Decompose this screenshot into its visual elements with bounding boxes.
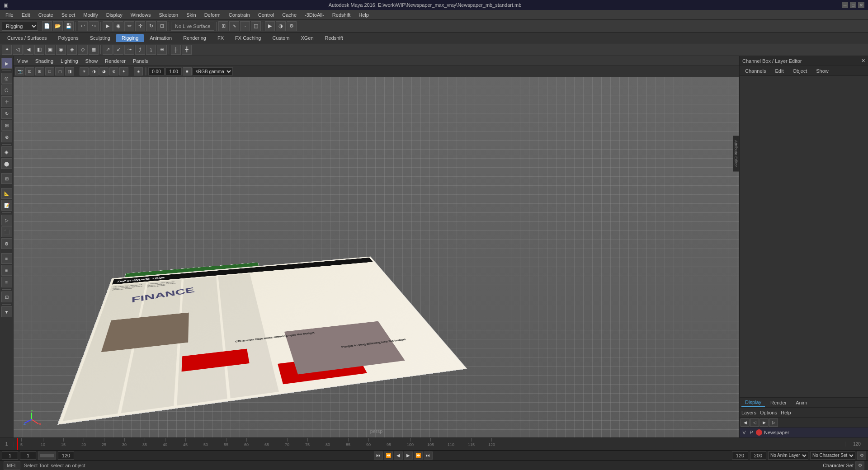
undo-button[interactable]: ↩	[78, 21, 88, 31]
measure-lt[interactable]: 📐	[1, 188, 12, 199]
tab-sculpting[interactable]: Sculpting	[85, 34, 116, 42]
open-file-button[interactable]: 📂	[53, 21, 63, 31]
vp-gamma-field[interactable]	[165, 67, 182, 75]
layer-visibility[interactable]: V	[741, 430, 747, 435]
anim-layer-select[interactable]: No Anim Layer	[768, 451, 808, 460]
cb-tab-channels[interactable]: Channels	[741, 67, 769, 75]
vp-tb-lights[interactable]: ☀	[80, 67, 89, 75]
menu-create[interactable]: Create	[35, 11, 57, 19]
layer3-lt[interactable]: ≡	[1, 277, 12, 287]
rig-tool-4[interactable]: ◧	[34, 45, 44, 55]
layer-name[interactable]: Newspaper	[764, 430, 789, 435]
rig-tool-5[interactable]: ▣	[45, 45, 55, 55]
menu-3dtoa[interactable]: -3DtoAll-	[301, 11, 328, 19]
minimize-button[interactable]: ─	[842, 2, 848, 8]
snap-point-button[interactable]: ·	[240, 21, 250, 31]
move-tool-button[interactable]: ✛	[135, 21, 145, 31]
rig-tool-8[interactable]: ◇	[78, 45, 88, 55]
vp-menu-show[interactable]: Show	[84, 57, 100, 65]
layer-prev2-btn[interactable]: ◁	[750, 418, 759, 427]
vp-colorspace-toggle[interactable]: ■	[183, 67, 192, 75]
cb-tab-edit[interactable]: Edit	[771, 67, 787, 75]
attribute-editor-tab[interactable]: Attribute Editor	[733, 136, 739, 172]
menu-file[interactable]: File	[2, 11, 17, 19]
render-lt[interactable]: ▷	[1, 215, 12, 226]
menu-constrain[interactable]: Constrain	[225, 11, 254, 19]
rig-tool-17[interactable]: ╋	[182, 45, 192, 55]
menu-control[interactable]: Control	[255, 11, 278, 19]
menu-deform[interactable]: Deform	[201, 11, 224, 19]
timeline-ruler[interactable]: 5 10 15 20 25 30 35 40 45 50 55 60 65 70…	[14, 438, 845, 451]
expand-lt[interactable]: ▼	[1, 306, 12, 317]
layer-prev-btn[interactable]: ◀	[741, 418, 750, 427]
menu-help[interactable]: Help	[355, 11, 373, 19]
anim-total-input[interactable]	[750, 451, 766, 460]
pb-play-forward[interactable]: ▶	[404, 451, 413, 460]
lasso-tool-lt[interactable]: ◎	[1, 73, 12, 84]
rig-tool-13[interactable]: ⤴	[135, 45, 145, 55]
pb-preferences[interactable]: ⚙	[857, 451, 866, 460]
cb-tab-show[interactable]: Show	[812, 67, 832, 75]
vp-tb-aa[interactable]: ✦	[119, 67, 128, 75]
snap-surface-button[interactable]: ◫	[251, 21, 261, 31]
pb-step-forward[interactable]: ⏩	[414, 451, 423, 460]
menu-skin[interactable]: Skin	[183, 11, 199, 19]
layer-label-options[interactable]: Options	[760, 410, 777, 415]
anim-end-input[interactable]	[732, 451, 748, 460]
rig-tool-3[interactable]: ◀	[24, 45, 33, 55]
rig-tool-9[interactable]: ▦	[89, 45, 99, 55]
scene-area[interactable]: Finance news content columns text articl…	[14, 77, 739, 437]
menu-modify[interactable]: Modify	[80, 11, 101, 19]
pb-goto-end[interactable]: ⏭	[424, 451, 433, 460]
vp-tb-camera[interactable]: 📷	[15, 67, 24, 75]
paint-select-lt[interactable]: ⬡	[1, 85, 12, 95]
save-button[interactable]: 💾	[64, 21, 74, 31]
render2-lt[interactable]: ⬛	[1, 226, 12, 237]
render-settings-button[interactable]: ⚙	[287, 21, 297, 31]
vp-tb-xray[interactable]: ◈	[134, 67, 143, 75]
maximize-button[interactable]: □	[850, 2, 856, 8]
vp-menu-view[interactable]: View	[15, 57, 30, 65]
tab-curves-surfaces[interactable]: Curves / Surfaces	[2, 34, 52, 42]
range-end-input[interactable]	[58, 451, 74, 460]
char-set-select[interactable]: No Character Set	[810, 451, 855, 460]
rig-tool-10[interactable]: ↗	[103, 45, 113, 55]
layer-play-btn[interactable]: ▶	[760, 418, 769, 427]
render-button[interactable]: ▶	[265, 21, 275, 31]
layer-tab-display[interactable]: Display	[741, 399, 765, 407]
tab-rendering[interactable]: Rendering	[178, 34, 212, 42]
tab-rigging[interactable]: Rigging	[116, 34, 144, 42]
status-settings-btn[interactable]: ⚙	[855, 461, 864, 470]
sculpt-lt[interactable]: ⬤	[1, 158, 12, 169]
render3-lt[interactable]: ⚙	[1, 238, 12, 249]
rig-tool-11[interactable]: ↙	[113, 45, 123, 55]
menu-display[interactable]: Display	[103, 11, 126, 19]
current-frame-input[interactable]	[2, 451, 18, 460]
mode-selector[interactable]: Rigging	[2, 22, 38, 31]
layer2-lt[interactable]: ≡	[1, 265, 12, 276]
select-tool-button[interactable]: ▶	[103, 21, 113, 31]
tab-fx-caching[interactable]: FX Caching	[230, 34, 266, 42]
tab-xgen[interactable]: XGen	[295, 34, 319, 42]
pb-step-back[interactable]: ⏪	[384, 451, 393, 460]
pb-goto-start[interactable]: ⏮	[374, 451, 383, 460]
vp-menu-lighting[interactable]: Lighting	[59, 57, 80, 65]
rotate-tool-button[interactable]: ↻	[146, 21, 156, 31]
vp-exposure-field[interactable]	[148, 67, 165, 75]
scale-tool-button[interactable]: ⊞	[157, 21, 167, 31]
channel-box-close[interactable]: ✕	[861, 58, 865, 64]
layer-next-btn[interactable]: ▷	[769, 418, 778, 427]
layer-label-help[interactable]: Help	[781, 410, 791, 415]
tab-animation[interactable]: Animation	[144, 34, 177, 42]
redo-button[interactable]: ↪	[89, 21, 99, 31]
layer-label-layers[interactable]: Layers	[741, 410, 756, 415]
vp-colorspace-select[interactable]: sRGB gamma	[193, 67, 233, 75]
universal-tool-lt[interactable]: ⊗	[1, 132, 12, 142]
rig-tool-1[interactable]: ✦	[2, 45, 12, 55]
vp-menu-renderer[interactable]: Renderer	[103, 57, 127, 65]
new-file-button[interactable]: 📄	[42, 21, 52, 31]
menu-windows[interactable]: Windows	[127, 11, 155, 19]
rotate-tool-lt[interactable]: ↻	[1, 108, 12, 119]
lasso-tool-button[interactable]: ◉	[113, 21, 123, 31]
snap-lt[interactable]: ⊞	[1, 173, 12, 184]
